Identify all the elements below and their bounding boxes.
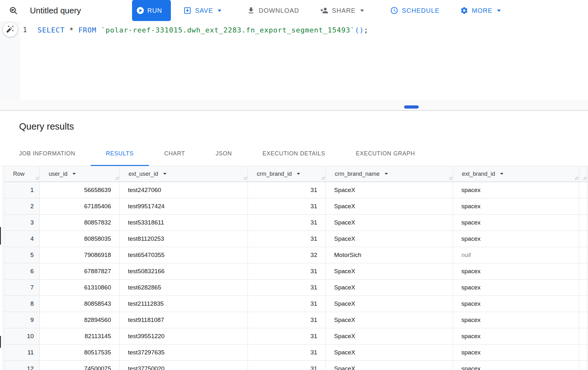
sort-caret-icon[interactable] [73,173,76,175]
magic-wand-button[interactable] [3,22,18,37]
table-row: 1082113145test3955122031SpaceXspacex [4,328,588,345]
cell-partial [579,247,587,263]
cell-ext_user_id: test91181087 [120,312,248,328]
cell-row: 5 [4,247,40,263]
tab-results[interactable]: RESULTS [91,142,149,166]
cell-ext_user_id: test37750020 [120,361,248,370]
tab-job-information[interactable]: JOB INFORMATION [4,142,91,166]
bigquery-editor-page: Untitled query RUN SAVE DOWNLOAD [0,0,588,370]
cell-crm_brand_name: SpaceX [326,198,453,214]
column-header-partial[interactable] [579,166,587,181]
column-resize-handle[interactable] [320,176,324,180]
cell-ext_user_id: test37297635 [120,345,248,360]
cell-ext_user_id: test50832166 [120,263,248,279]
cell-crm_brand_name: SpaceX [326,361,453,370]
cell-user_id: 80858035 [40,231,120,247]
table-row: 982894560test9118108731SpaceXspacex [4,312,588,328]
table-row: 380857832test5331861131SpaceXspacex [4,215,588,231]
query-results-title: Query results [19,111,74,142]
code-line[interactable]: 1 SELECT * FROM `polar-reef-331015.dwh_e… [0,25,588,35]
cell-user_id: 82113145 [40,328,120,344]
sql-editor[interactable]: 1 SELECT * FROM `polar-reef-331015.dwh_e… [0,21,588,111]
left-scroll-indicator [0,336,1,348]
sort-caret-icon[interactable] [163,173,166,175]
table-row: 579086918test6547035532MotorSichnull [4,247,588,263]
left-scroll-indicator [0,227,1,245]
column-header-row[interactable]: Row [4,166,40,181]
download-button[interactable]: DOWNLOAD [247,0,299,21]
sql-token-keyword: FROM [78,26,96,34]
column-header-ext_user_id[interactable]: ext_user_id [120,166,248,181]
cell-crm_brand_id: 31 [248,345,326,360]
code-line-text[interactable]: SELECT * FROM `polar-reef-331015.dwh_ext… [38,25,368,35]
more-button[interactable]: MORE [460,0,501,21]
cell-partial [579,215,587,231]
line-number: 1 [23,25,27,35]
sql-token-plain: ; [364,26,368,34]
cell-partial [579,280,587,295]
save-button[interactable]: SAVE [183,0,221,21]
sort-caret-icon[interactable] [297,173,300,175]
sql-token-paren: () [355,26,364,34]
sort-caret-icon[interactable] [385,173,388,175]
cell-crm_brand_id: 31 [248,198,326,214]
cell-user_id: 80857832 [40,215,120,231]
cell-row: 9 [4,312,40,328]
cell-ext_user_id: test99517424 [120,198,248,214]
chevron-down-icon[interactable] [360,10,364,12]
cell-partial [579,328,587,344]
cell-crm_brand_id: 31 [248,280,326,295]
tab-execution-details[interactable]: EXECUTION DETAILS [247,142,340,166]
column-resize-handle[interactable] [582,176,586,180]
cell-user_id: 67887827 [40,263,120,279]
cell-ext_user_id: test39551220 [120,328,248,344]
cell-crm_brand_id: 31 [248,312,326,328]
table-row: 480858035test8112025331SpaceXspacex [4,231,588,247]
query-magnifier-icon [9,0,18,21]
query-results-header: Query results [0,111,588,142]
cell-crm_brand_name: SpaceX [326,312,453,328]
play-circle-icon [137,7,144,14]
cell-crm_brand_id: 31 [248,182,326,198]
tab-json[interactable]: JSON [200,142,247,166]
save-label: SAVE [195,7,213,14]
column-label: crm_brand_id [257,171,292,177]
run-button[interactable]: RUN [132,0,171,21]
share-label: SHARE [332,7,356,14]
column-header-user_id[interactable]: user_id [40,166,120,181]
column-resize-handle[interactable] [242,176,246,180]
cell-ext_brand_id: spacex [453,263,579,279]
cell-ext_brand_id: spacex [453,280,579,295]
splitter-drag-handle[interactable] [404,105,419,109]
cell-crm_brand_id: 31 [248,263,326,279]
column-resize-handle[interactable] [114,176,118,180]
share-button[interactable]: SHARE [320,0,364,21]
cell-crm_brand_id: 31 [248,328,326,344]
cell-ext_user_id: test53318611 [120,215,248,231]
cell-partial [579,231,587,247]
column-resize-handle[interactable] [34,176,38,180]
schedule-button[interactable]: SCHEDULE [390,0,440,21]
results-table: Rowuser_idext_user_idcrm_brand_idcrm_bra… [4,166,588,370]
cell-row: 10 [4,328,40,344]
chevron-down-icon[interactable] [218,10,221,12]
cell-ext_user_id: test2427060 [120,182,248,198]
column-resize-handle[interactable] [574,176,578,180]
tab-execution-graph[interactable]: EXECUTION GRAPH [340,142,430,166]
sort-caret-icon[interactable] [500,173,503,175]
column-header-crm_brand_id[interactable]: crm_brand_id [248,166,326,181]
cell-user_id: 56658639 [40,182,120,198]
cell-ext_brand_id: spacex [453,231,579,247]
sql-token-plain: * [65,26,78,34]
cell-ext_user_id: test65470355 [120,247,248,263]
column-header-ext_brand_id[interactable]: ext_brand_id [453,166,579,181]
cell-row: 2 [4,198,40,214]
table-row: 880858543test2111283531SpaceXspacex [4,296,588,312]
column-header-crm_brand_name[interactable]: crm_brand_name [326,166,453,181]
tab-chart[interactable]: CHART [149,142,200,166]
table-row: 156658639test242706031SpaceXspacex [4,182,588,198]
column-resize-handle[interactable] [448,176,452,180]
table-header-row: Rowuser_idext_user_idcrm_brand_idcrm_bra… [4,166,588,182]
cell-crm_brand_id: 31 [248,296,326,312]
chevron-down-icon[interactable] [497,10,501,12]
